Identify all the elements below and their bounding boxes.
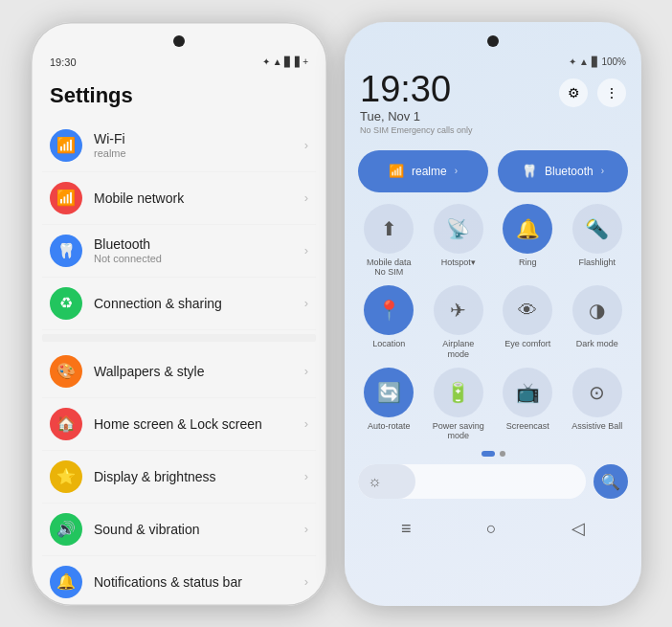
- dot-2: [500, 451, 505, 457]
- notifications-text: Notifications & status bar: [94, 574, 304, 590]
- bluetooth-sublabel: Not connected: [94, 253, 304, 264]
- tile-power-saving-btn: 🔋: [434, 368, 483, 417]
- settings-item-homescreen[interactable]: 🏠 Home screen & Lock screen ›: [42, 398, 316, 451]
- search-icon: 🔍: [601, 473, 620, 491]
- tile-screencast-label: Screencast: [506, 421, 549, 432]
- notifications-arrow: ›: [304, 574, 308, 589]
- settings-list: 📶 Wi-Fi realme › 📶 Mobile network › 🦷 Bl…: [31, 120, 327, 606]
- tile-assistive-ball-btn: ⊙: [572, 368, 622, 417]
- wallpaper-text: Wallpapers & style: [94, 364, 304, 379]
- tile-location[interactable]: 📍 Location: [358, 285, 420, 360]
- brightness-fill: [358, 464, 415, 499]
- wifi-toggle-btn[interactable]: 📶 realme ›: [358, 150, 488, 192]
- tile-ring-btn: 🔔: [503, 204, 552, 254]
- bluetooth-arrow: ›: [304, 243, 308, 258]
- tile-airplane[interactable]: ✈ Airplanemode: [428, 285, 490, 360]
- tile-dark-mode[interactable]: ◑ Dark mode: [567, 285, 629, 360]
- cc-grid-row3: 🔄 Auto-rotate 🔋 Power savingmode 📺 Scree…: [345, 364, 641, 446]
- tile-screencast[interactable]: 📺 Screencast: [497, 368, 559, 442]
- mobile-label: Mobile network: [94, 190, 304, 206]
- settings-icon[interactable]: ⚙: [559, 78, 588, 107]
- tile-airplane-label: Airplanemode: [442, 339, 474, 360]
- tile-flashlight-btn: 🔦: [572, 204, 622, 254]
- tile-ring[interactable]: 🔔 Ring: [497, 204, 559, 279]
- homescreen-label: Home screen & Lock screen: [94, 416, 304, 432]
- cc-sim-info: No SIM Emergency calls only: [360, 125, 473, 135]
- tile-assistive-ball-label: Assistive Ball: [571, 421, 622, 432]
- bluetooth-text: Bluetooth Not connected: [94, 236, 304, 264]
- settings-item-wallpaper[interactable]: 🎨 Wallpapers & style ›: [42, 346, 316, 398]
- tile-mobile-data[interactable]: ⬆ Mobile dataNo SIM: [358, 204, 420, 279]
- settings-item-notifications[interactable]: 🔔 Notifications & status bar ›: [42, 556, 316, 606]
- settings-item-sound[interactable]: 🔊 Sound & vibration ›: [42, 504, 316, 556]
- brightness-icon: ☼: [368, 473, 382, 490]
- status-icons: ✦ ▲ ▊ ▋+: [262, 56, 308, 67]
- wallpaper-label: Wallpapers & style: [94, 364, 304, 379]
- tile-power-saving-label: Power savingmode: [433, 421, 484, 442]
- wifi-sublabel: realme: [94, 147, 304, 159]
- tile-hotspot[interactable]: 📡 Hotspot▾: [428, 204, 490, 279]
- connection-arrow: ›: [304, 296, 308, 310]
- homescreen-icon: 🏠: [50, 408, 82, 440]
- tile-airplane-btn: ✈: [434, 285, 483, 335]
- brightness-bar-container: ☼ 🔍: [345, 460, 641, 503]
- cc-date: Tue, Nov 1: [360, 109, 473, 123]
- notifications-label: Notifications & status bar: [94, 574, 304, 590]
- tile-hotspot-btn: 📡: [434, 204, 483, 254]
- homescreen-arrow: ›: [304, 416, 308, 431]
- wifi-arrow: ›: [304, 138, 308, 152]
- status-icons-symbols: ✦ ▲ ▊ ▋+: [262, 56, 308, 67]
- sound-label: Sound & vibration: [94, 522, 304, 537]
- brightness-track[interactable]: ☼: [358, 464, 586, 499]
- tile-flashlight[interactable]: 🔦 Flashlight: [567, 204, 629, 279]
- tile-hotspot-label: Hotspot▾: [441, 258, 476, 268]
- cc-header: 19:30 Tue, Nov 1 No SIM Emergency calls …: [345, 71, 641, 143]
- settings-screen: 19:30 ✦ ▲ ▊ ▋+ Settings 📶 Wi-Fi realme ›…: [31, 22, 327, 606]
- cc-grid-row1: ⬆ Mobile dataNo SIM 📡 Hotspot▾ 🔔 Ring 🔦 …: [345, 200, 641, 282]
- tile-auto-rotate[interactable]: 🔄 Auto-rotate: [358, 368, 420, 442]
- settings-item-bluetooth[interactable]: 🦷 Bluetooth Not connected ›: [42, 225, 316, 278]
- tile-screencast-btn: 📺: [503, 368, 552, 417]
- nav-menu-btn[interactable]: ≡: [401, 519, 412, 539]
- control-center-screen: ✦ ▲ ▊ 100% 19:30 Tue, Nov 1 No SIM Emerg…: [345, 22, 641, 606]
- bt-toggle-icon: 🦷: [522, 164, 537, 178]
- sound-text: Sound & vibration: [94, 522, 304, 537]
- wallpaper-icon: 🎨: [50, 355, 82, 388]
- wifi-icon: 📶: [50, 129, 82, 162]
- nav-home-btn[interactable]: ○: [486, 519, 497, 539]
- wifi-toggle-label: realme: [412, 165, 447, 178]
- cc-header-icons: ⚙ ⋮: [559, 71, 626, 107]
- tile-eye-comfort[interactable]: 👁 Eye comfort: [497, 285, 559, 360]
- more-icon[interactable]: ⋮: [597, 78, 626, 107]
- settings-item-display[interactable]: ⭐ Display & brightness ›: [42, 451, 316, 504]
- tile-assistive-ball[interactable]: ⊙ Assistive Ball: [567, 368, 629, 442]
- left-phone: 19:30 ✦ ▲ ▊ ▋+ Settings 📶 Wi-Fi realme ›…: [31, 22, 327, 606]
- nav-back-btn[interactable]: ◁: [571, 518, 585, 539]
- bt-toggle-btn[interactable]: 🦷 Bluetooth ›: [498, 150, 628, 192]
- settings-item-connection[interactable]: ♻ Connection & sharing ›: [42, 278, 316, 330]
- bluetooth-icon: 🦷: [50, 235, 82, 267]
- tile-location-label: Location: [372, 339, 405, 349]
- right-phone: ✦ ▲ ▊ 100% 19:30 Tue, Nov 1 No SIM Emerg…: [345, 22, 641, 606]
- bt-toggle-label: Bluetooth: [545, 165, 594, 178]
- settings-item-mobile[interactable]: 📶 Mobile network ›: [42, 172, 316, 225]
- wifi-toggle-chevron: ›: [455, 166, 458, 176]
- settings-item-wifi[interactable]: 📶 Wi-Fi realme ›: [42, 120, 316, 172]
- settings-title: Settings: [31, 76, 327, 120]
- tile-power-saving[interactable]: 🔋 Power savingmode: [428, 368, 490, 442]
- search-button[interactable]: 🔍: [594, 464, 628, 499]
- notifications-icon: 🔔: [50, 566, 82, 598]
- tile-location-btn: 📍: [364, 285, 414, 335]
- camera-notch: [173, 35, 185, 47]
- tile-auto-rotate-label: Auto-rotate: [368, 421, 411, 432]
- tile-dark-mode-label: Dark mode: [576, 339, 618, 349]
- wifi-text: Wi-Fi realme: [94, 131, 304, 159]
- tile-eye-comfort-btn: 👁: [503, 285, 552, 335]
- sound-arrow: ›: [304, 522, 308, 536]
- tile-mobile-data-label: Mobile dataNo SIM: [367, 258, 412, 279]
- cc-time: 19:30: [360, 71, 473, 107]
- section-divider-1: [42, 334, 316, 342]
- tile-auto-rotate-btn: 🔄: [364, 368, 414, 417]
- cc-grid-row2: 📍 Location ✈ Airplanemode 👁 Eye comfort …: [345, 281, 641, 364]
- bluetooth-label: Bluetooth: [94, 236, 304, 252]
